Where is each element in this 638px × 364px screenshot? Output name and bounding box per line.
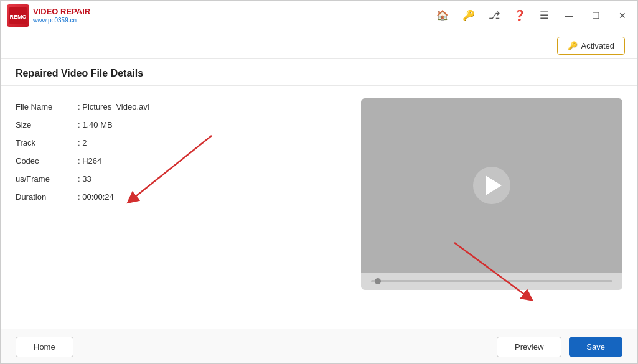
page-title-bar: Repaired Video File Details (1, 59, 637, 86)
activated-button[interactable]: 🔑 Activated (557, 37, 625, 55)
activated-label: Activated (581, 41, 614, 50)
bottom-right-buttons: Preview Save (497, 337, 622, 357)
logo-subtitle: www.pc0359.cn (33, 17, 90, 24)
preview-button[interactable]: Preview (497, 337, 561, 357)
key-icon-btn[interactable]: 🔑 (460, 8, 477, 22)
detail-row-duration: Duration : 00:00:24 (16, 192, 342, 202)
activated-bar: 🔑 Activated (1, 30, 637, 59)
video-progress-track[interactable] (371, 280, 612, 282)
help-icon-btn[interactable]: ❓ (511, 8, 528, 22)
play-icon (486, 175, 502, 195)
value-size: : 1.40 MB (78, 120, 113, 129)
value-duration: : 00:00:24 (78, 192, 114, 202)
value-codec: : H264 (78, 156, 101, 166)
play-button[interactable] (473, 167, 510, 204)
label-track: Track (16, 138, 78, 147)
menu-icon-btn[interactable]: ☰ (537, 8, 551, 22)
detail-row-track: Track : 2 (16, 138, 342, 147)
video-panel (361, 98, 622, 316)
close-button[interactable]: ✕ (614, 9, 631, 22)
key-icon: 🔑 (568, 41, 578, 50)
detail-row-size: Size : 1.40 MB (16, 120, 342, 129)
maximize-button[interactable]: ☐ (587, 9, 605, 22)
details-panel: File Name : Pictures_Video.avi Size : 1.… (16, 98, 342, 316)
value-filename: : Pictures_Video.avi (78, 102, 149, 111)
main-content: File Name : Pictures_Video.avi Size : 1.… (1, 86, 637, 329)
logo: REMO VIDEO REPAIR www.pc0359.cn (7, 4, 434, 27)
label-usframe: us/Frame (16, 174, 78, 184)
title-bar: REMO VIDEO REPAIR www.pc0359.cn 🏠 🔑 ⎇ ❓ … (1, 1, 637, 30)
minimize-button[interactable]: — (560, 9, 578, 22)
label-codec: Codec (16, 156, 78, 166)
logo-icon: REMO (7, 4, 29, 27)
page-title: Repaired Video File Details (16, 68, 143, 78)
logo-title: VIDEO REPAIR (33, 7, 90, 17)
home-icon-btn[interactable]: 🏠 (434, 8, 451, 22)
content-area: 🔑 Activated Repaired Video File Details … (1, 30, 637, 364)
detail-row-usframe: us/Frame : 33 (16, 174, 342, 184)
video-progress-thumb[interactable] (375, 278, 381, 284)
detail-row-filename: File Name : Pictures_Video.avi (16, 102, 342, 111)
video-progress-wrap (361, 273, 622, 290)
logo-text: VIDEO REPAIR www.pc0359.cn (33, 7, 90, 24)
svg-text:REMO: REMO (10, 14, 27, 20)
share-icon-btn[interactable]: ⎇ (486, 8, 502, 22)
detail-row-codec: Codec : H264 (16, 156, 342, 166)
video-preview (361, 98, 622, 273)
label-filename: File Name (16, 102, 78, 111)
save-button[interactable]: Save (569, 337, 622, 357)
label-size: Size (16, 120, 78, 129)
value-usframe: : 33 (78, 174, 91, 184)
bottom-bar: Home Preview Save (1, 329, 637, 364)
value-track: : 2 (78, 138, 87, 147)
label-duration: Duration (16, 192, 78, 202)
window-controls: 🏠 🔑 ⎇ ❓ ☰ — ☐ ✕ (434, 8, 631, 22)
home-button[interactable]: Home (16, 337, 73, 357)
